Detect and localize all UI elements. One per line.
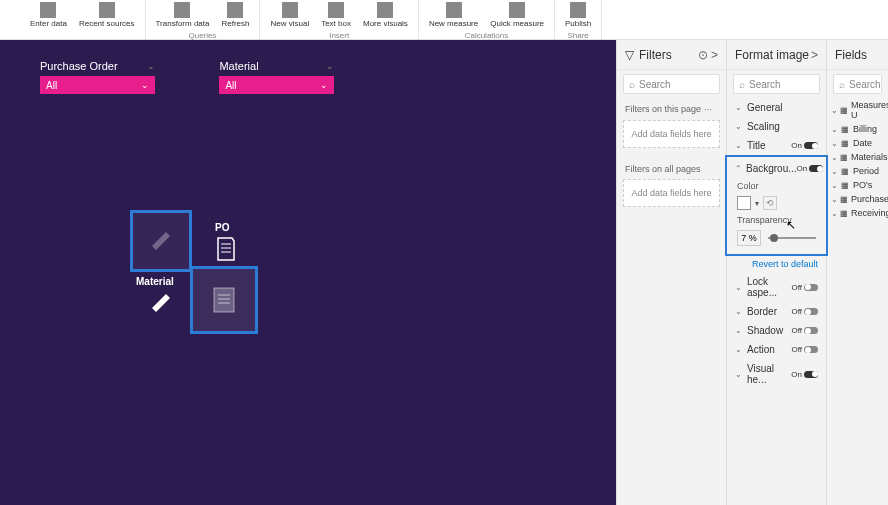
chevron-down-icon: ⌄ bbox=[735, 141, 743, 150]
expand-icon[interactable]: ⊙ > bbox=[698, 48, 718, 62]
transparency-slider[interactable] bbox=[768, 237, 816, 239]
ribbon-new-measure[interactable]: New measure bbox=[423, 0, 484, 30]
table-icon: ▦ bbox=[840, 152, 848, 162]
format-shadow[interactable]: ⌄ShadowOff bbox=[727, 321, 826, 340]
chevron-down-icon: ⌄ bbox=[735, 307, 743, 316]
table-icon: ▦ bbox=[840, 194, 848, 204]
hammer-icon bbox=[148, 290, 174, 316]
ribbon-recent-sources[interactable]: Recent sources bbox=[73, 0, 141, 30]
svg-rect-3 bbox=[214, 288, 234, 312]
ribbon-quick-measure[interactable]: Quick measure bbox=[484, 0, 550, 30]
filters-all-label: Filters on all pages bbox=[617, 158, 726, 177]
format-search[interactable]: ⌕Search bbox=[733, 74, 820, 94]
ribbon-transform-data[interactable]: Transform data bbox=[150, 0, 216, 30]
format-panel: Format image > ⌕Search ⌄General ⌄Scaling… bbox=[726, 40, 826, 505]
format-action[interactable]: ⌄ActionOff bbox=[727, 340, 826, 359]
ribbon-text-box[interactable]: Text box bbox=[315, 0, 357, 30]
toggle-off[interactable] bbox=[804, 284, 818, 291]
filters-page-label: Filters on this page··· bbox=[617, 98, 726, 118]
chevron-down-icon: ⌄ bbox=[326, 61, 334, 71]
chevron-down-icon: ⌄ bbox=[735, 345, 743, 354]
search-icon: ⌕ bbox=[839, 79, 845, 90]
chevron-down-icon: ⌄ bbox=[735, 370, 743, 379]
transparency-value[interactable]: 7 % bbox=[737, 230, 761, 246]
toggle-on[interactable] bbox=[809, 165, 823, 172]
format-general[interactable]: ⌄General bbox=[727, 98, 826, 117]
chevron-down-icon[interactable]: ⌄ bbox=[141, 80, 149, 90]
field-table[interactable]: ⌄▦Date bbox=[827, 136, 888, 150]
expand-icon[interactable]: > bbox=[811, 48, 818, 62]
toggle-off[interactable] bbox=[804, 346, 818, 353]
filters-all-dropzone[interactable]: Add data fields here bbox=[623, 179, 720, 207]
revert-default-link[interactable]: Revert to default bbox=[727, 256, 826, 272]
ribbon-publish[interactable]: Publish bbox=[559, 0, 597, 30]
ribbon-more-visuals[interactable]: More visuals bbox=[357, 0, 414, 30]
color-revert-button[interactable]: ⟲ bbox=[763, 196, 777, 210]
format-border[interactable]: ⌄BorderOff bbox=[727, 302, 826, 321]
chevron-down-icon[interactable]: ⌄ bbox=[320, 80, 328, 90]
format-visual-header[interactable]: ⌄Visual he...On bbox=[727, 359, 826, 389]
document-icon bbox=[211, 285, 237, 315]
chevron-down-icon: ⌄ bbox=[735, 103, 743, 112]
chevron-down-icon: ⌄ bbox=[735, 283, 743, 292]
chevron-up-icon: ⌃ bbox=[735, 164, 742, 173]
toggle-off[interactable] bbox=[804, 308, 818, 315]
format-background-highlighted: ⌃Backgrou...On Color ▾ ⟲ Transparency 7 … bbox=[725, 155, 828, 256]
filters-search[interactable]: ⌕Search bbox=[623, 74, 720, 94]
toggle-off[interactable] bbox=[804, 327, 818, 334]
transparency-label: Transparency bbox=[727, 212, 826, 228]
color-label: Color bbox=[727, 178, 826, 194]
table-icon: ▦ bbox=[840, 105, 848, 115]
filters-page-dropzone[interactable]: Add data fields here bbox=[623, 120, 720, 148]
table-icon: ▦ bbox=[840, 180, 850, 190]
format-header: Format image > bbox=[727, 40, 826, 70]
fields-search[interactable]: ⌕Search bbox=[833, 74, 882, 94]
filter-icon: ▽ bbox=[625, 48, 634, 62]
field-table[interactable]: ⌄▦Period bbox=[827, 164, 888, 178]
search-icon: ⌕ bbox=[629, 79, 635, 90]
document-icon bbox=[215, 236, 237, 262]
po-label: PO bbox=[215, 222, 229, 233]
image-visual-2-selected[interactable] bbox=[190, 266, 258, 334]
ribbon: Enter data Recent sources Transform data… bbox=[0, 0, 888, 40]
field-table[interactable]: ⌄▦PO's bbox=[827, 178, 888, 192]
filters-header: ▽ Filters ⊙ > bbox=[617, 40, 726, 70]
format-lock-aspect[interactable]: ⌄Lock aspe...Off bbox=[727, 272, 826, 302]
format-background[interactable]: ⌃Backgrou...On bbox=[727, 159, 826, 178]
field-table[interactable]: ⌄▦Measures U bbox=[827, 98, 888, 122]
filters-panel: ▽ Filters ⊙ > ⌕Search Filters on this pa… bbox=[616, 40, 726, 505]
table-icon: ▦ bbox=[840, 208, 848, 218]
toggle-on[interactable] bbox=[804, 371, 818, 378]
slicer-purchase-order[interactable]: Purchase Order⌄ All⌄ bbox=[40, 60, 155, 94]
chevron-down-icon: ⌄ bbox=[735, 326, 743, 335]
field-table[interactable]: ⌄▦Billing bbox=[827, 122, 888, 136]
chevron-down-icon[interactable]: ▾ bbox=[755, 199, 759, 208]
format-title[interactable]: ⌄TitleOn bbox=[727, 136, 826, 155]
fields-header: Fields bbox=[827, 40, 888, 70]
field-table[interactable]: ⌄▦Receiving bbox=[827, 206, 888, 220]
table-icon: ▦ bbox=[840, 124, 850, 134]
chevron-down-icon: ⌄ bbox=[147, 61, 155, 71]
ribbon-new-visual[interactable]: New visual bbox=[264, 0, 315, 30]
report-canvas[interactable]: Purchase Order⌄ All⌄ Material⌄ All⌄ PO M… bbox=[0, 40, 616, 505]
chevron-down-icon: ⌄ bbox=[735, 122, 743, 131]
color-swatch[interactable] bbox=[737, 196, 751, 210]
ribbon-refresh[interactable]: Refresh bbox=[215, 0, 255, 30]
material-label: Material bbox=[136, 276, 174, 287]
more-icon[interactable]: ··· bbox=[704, 104, 718, 115]
ribbon-enter-data[interactable]: Enter data bbox=[24, 0, 73, 30]
search-icon: ⌕ bbox=[739, 79, 745, 90]
table-icon: ▦ bbox=[840, 166, 850, 176]
table-icon: ▦ bbox=[840, 138, 850, 148]
field-table[interactable]: ⌄▦Purchases bbox=[827, 192, 888, 206]
hammer-icon bbox=[148, 228, 174, 254]
toggle-on[interactable] bbox=[804, 142, 818, 149]
format-scaling[interactable]: ⌄Scaling bbox=[727, 117, 826, 136]
field-table[interactable]: ⌄▦Materials bbox=[827, 150, 888, 164]
fields-panel: Fields ⌕Search ⌄▦Measures U ⌄▦Billing ⌄▦… bbox=[826, 40, 888, 505]
image-visual-1[interactable] bbox=[130, 210, 192, 272]
slicer-material[interactable]: Material⌄ All⌄ bbox=[219, 60, 334, 94]
